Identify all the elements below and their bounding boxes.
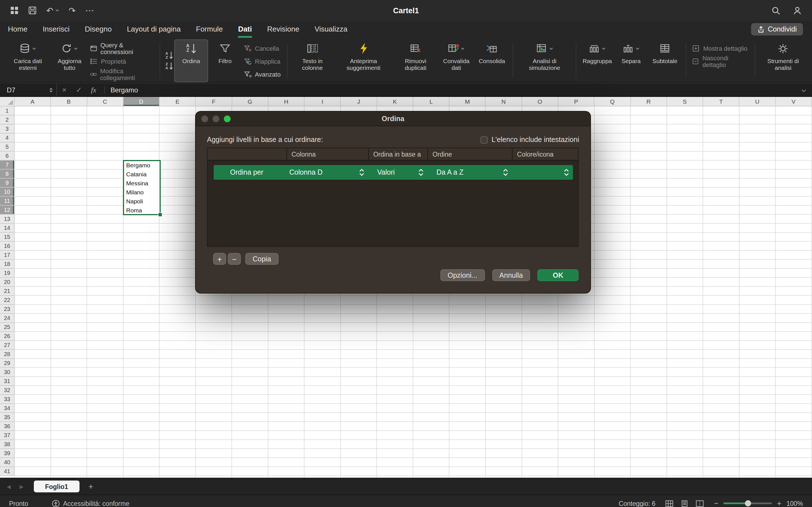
copy-level-button[interactable]: Copia <box>245 253 278 265</box>
remove-level-button[interactable]: − <box>228 253 241 265</box>
tab-revisione[interactable]: Revisione <box>267 21 299 38</box>
sort-level-row[interactable]: Ordina per Colonna D Valori Da A a Z <box>214 165 573 180</box>
page-break-view-icon[interactable] <box>696 500 704 507</box>
ok-button[interactable]: OK <box>538 269 579 281</box>
zoom-window-icon[interactable] <box>224 115 231 122</box>
column-header-G[interactable]: G <box>232 97 268 107</box>
row-header-35[interactable]: 35 <box>0 413 15 422</box>
ribbon-queries-connections[interactable]: Query & connessioni <box>88 42 156 54</box>
tab-disegno[interactable]: Disegno <box>85 21 112 38</box>
sort-descending-button[interactable]: ZA <box>165 62 173 70</box>
insert-function-icon[interactable]: fx <box>86 86 101 94</box>
column-header-D[interactable]: D <box>123 97 160 107</box>
undo-button[interactable]: ↶ <box>46 6 59 15</box>
column-header-R[interactable]: R <box>631 97 667 107</box>
row-header-21[interactable]: 21 <box>0 287 15 296</box>
accessibility-status[interactable]: Accessibilità: conforme <box>52 499 130 507</box>
column-header-P[interactable]: P <box>558 97 595 107</box>
ribbon-reapply[interactable]: Riapplica <box>242 55 283 67</box>
ribbon-group[interactable]: Raggruppa <box>580 40 614 82</box>
name-box-stepper-icon[interactable] <box>49 87 53 93</box>
row-header-6[interactable]: 6 <box>0 152 15 161</box>
sheet-tab-foglio1[interactable]: Foglio1 <box>34 481 80 492</box>
ribbon-subtotal[interactable]: Subtotale <box>648 40 682 82</box>
save-icon[interactable] <box>28 6 37 15</box>
ribbon-analysis-tools[interactable]: Strumenti di analisi <box>759 40 808 82</box>
row-header-16[interactable]: 16 <box>0 242 15 251</box>
formula-input[interactable]: Bergamo <box>108 86 801 94</box>
row-header-2[interactable]: 2 <box>0 115 15 124</box>
row-header-9[interactable]: 9 <box>0 179 15 187</box>
sort-on-dropdown[interactable]: Valori <box>368 165 427 180</box>
redo-button[interactable]: ↷ <box>68 6 75 15</box>
add-level-button[interactable]: + <box>213 253 226 265</box>
ribbon-ungroup[interactable]: Separa <box>614 40 648 82</box>
column-header-J[interactable]: J <box>341 97 377 107</box>
more-commands-icon[interactable]: ⋯ <box>85 5 95 16</box>
tab-home[interactable]: Home <box>8 21 28 38</box>
tab-dati[interactable]: Dati <box>238 21 252 38</box>
row-header-4[interactable]: 4 <box>0 133 15 143</box>
row-header-41[interactable]: 41 <box>0 467 15 476</box>
row-header-39[interactable]: 39 <box>0 449 15 458</box>
column-dropdown[interactable]: Colonna D <box>280 165 368 180</box>
zoom-out-button[interactable]: − <box>714 499 718 507</box>
cancel-button[interactable]: Annulla <box>492 269 530 281</box>
ribbon-text-to-columns[interactable]: Testo in colonne <box>291 40 334 82</box>
tab-visualizza[interactable]: Visualizza <box>315 21 348 38</box>
sort-ascending-button[interactable]: AZ <box>165 51 173 60</box>
column-header-I[interactable]: I <box>305 97 341 107</box>
search-icon[interactable] <box>771 6 780 15</box>
row-header-32[interactable]: 32 <box>0 386 15 395</box>
row-header-27[interactable]: 27 <box>0 341 15 350</box>
ribbon-flash-fill[interactable]: Anteprima suggerimenti <box>334 40 394 82</box>
page-layout-view-icon[interactable] <box>681 500 689 507</box>
row-header-23[interactable]: 23 <box>0 305 15 314</box>
ribbon-filter-button[interactable]: Filtro <box>208 40 242 82</box>
share-button[interactable]: Condividi <box>751 23 803 36</box>
zoom-slider[interactable] <box>723 500 772 506</box>
ribbon-refresh-all[interactable]: Aggiorna tutto <box>51 40 88 82</box>
ribbon-get-external-data[interactable]: Carica dati esterni <box>4 40 51 82</box>
row-header-26[interactable]: 26 <box>0 332 15 341</box>
column-header-N[interactable]: N <box>486 97 522 107</box>
row-header-12[interactable]: 12 <box>0 206 15 215</box>
confirm-entry-icon[interactable]: ✓ <box>71 86 86 94</box>
row-header-5[interactable]: 5 <box>0 143 15 152</box>
row-header-30[interactable]: 30 <box>0 368 15 377</box>
row-header-15[interactable]: 15 <box>0 233 15 242</box>
zoom-slider-knob[interactable] <box>745 500 751 506</box>
column-header-M[interactable]: M <box>449 97 486 107</box>
row-header-24[interactable]: 24 <box>0 314 15 323</box>
close-window-icon[interactable] <box>201 115 208 122</box>
options-button[interactable]: Opzioni... <box>440 269 485 281</box>
select-all-corner[interactable] <box>0 97 15 107</box>
order-dropdown[interactable]: Da A a Z <box>427 165 512 180</box>
ribbon-data-validation[interactable]: Convalida dati <box>438 40 475 82</box>
tab-formule[interactable]: Formule <box>196 21 223 38</box>
normal-view-icon[interactable] <box>666 500 673 507</box>
row-header-25[interactable]: 25 <box>0 323 15 332</box>
column-header-B[interactable]: B <box>51 97 87 107</box>
app-grid-icon[interactable] <box>10 6 18 15</box>
row-header-33[interactable]: 33 <box>0 395 15 404</box>
column-header-O[interactable]: O <box>522 97 558 107</box>
column-header-A[interactable]: A <box>15 97 51 107</box>
column-header-L[interactable]: L <box>413 97 450 107</box>
column-header-F[interactable]: F <box>196 97 232 107</box>
minimize-window-icon[interactable] <box>213 115 219 122</box>
row-header-7[interactable]: 7 <box>0 161 15 170</box>
cancel-entry-icon[interactable]: × <box>57 86 71 94</box>
row-header-8[interactable]: 8 <box>0 170 15 179</box>
row-header-20[interactable]: 20 <box>0 278 15 287</box>
row-header-13[interactable]: 13 <box>0 215 15 224</box>
next-sheet-icon[interactable]: ▶ <box>20 484 24 489</box>
previous-sheet-icon[interactable]: ◀ <box>7 484 11 489</box>
column-header-S[interactable]: S <box>667 97 703 107</box>
ribbon-what-if-analysis[interactable]: Analisi di simulazione <box>517 40 572 82</box>
ribbon-advanced[interactable]: Avanzato <box>242 68 283 80</box>
row-header-29[interactable]: 29 <box>0 359 15 368</box>
column-header-K[interactable]: K <box>377 97 413 107</box>
row-header-11[interactable]: 11 <box>0 196 15 206</box>
row-header-34[interactable]: 34 <box>0 404 15 413</box>
